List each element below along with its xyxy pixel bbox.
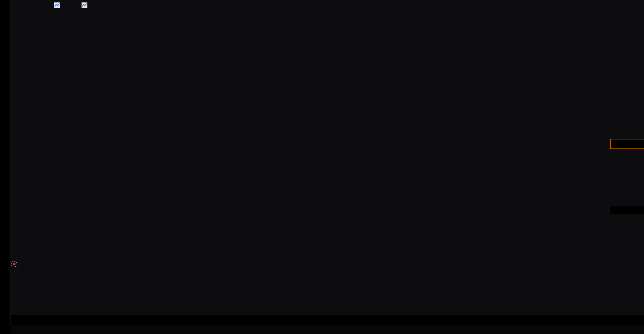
last-price-tag (610, 139, 644, 149)
ma-indicator-icon[interactable] (82, 2, 87, 8)
x-axis-strip (11, 315, 644, 325)
bottom-toolbar (11, 325, 644, 334)
sidebar (0, 0, 11, 334)
macd-axis-badge (610, 206, 644, 214)
chart-header (41, 1, 96, 9)
indicator-target-icon[interactable] (11, 261, 17, 267)
crosshair-date-label (0, 317, 3, 318)
boll-indicator-icon[interactable] (54, 2, 60, 8)
chart-app-window (0, 0, 644, 334)
